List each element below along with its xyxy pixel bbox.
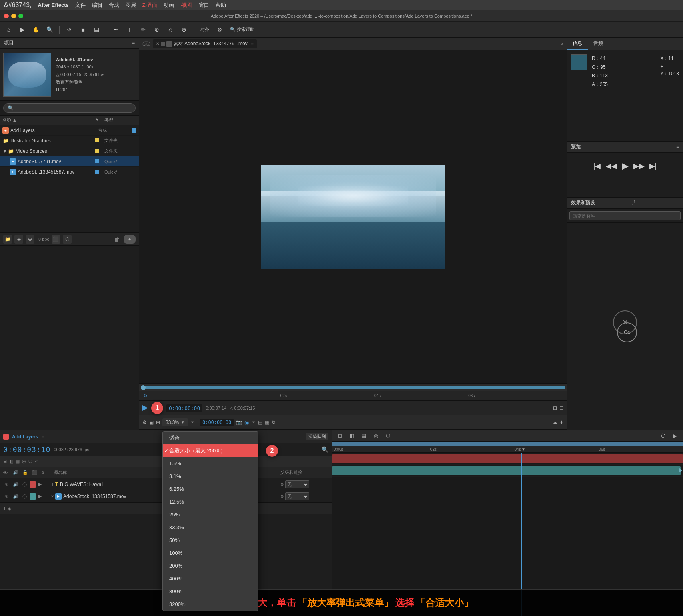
- zoom-option-12-5[interactable]: 12.5%: [163, 496, 258, 508]
- comp-timecode[interactable]: 0:00:03:10: [3, 445, 50, 454]
- menu-layer[interactable]: 图层: [126, 2, 136, 9]
- color-correct-btn[interactable]: ◉: [244, 419, 249, 426]
- select-tool[interactable]: ▶: [17, 24, 28, 35]
- toggle-btn[interactable]: ●: [124, 235, 136, 244]
- snap-btn[interactable]: ⊡: [190, 420, 194, 425]
- new-comp-btn[interactable]: ◈: [14, 235, 23, 244]
- tab-menu-icon[interactable]: ≡: [251, 41, 254, 47]
- zoom-option-33-3[interactable]: 33.3%: [163, 521, 258, 534]
- settings-btn[interactable]: ⚙: [214, 24, 225, 35]
- audio-icon-2[interactable]: 🔊: [12, 493, 19, 500]
- tree-item-videosources[interactable]: ▼ 📁 Video Sources 文件夹: [0, 146, 139, 156]
- refresh-btn[interactable]: ↻: [272, 420, 276, 425]
- snapshot-btn[interactable]: ⊟: [559, 405, 563, 411]
- menu-compose[interactable]: 合成: [109, 2, 119, 9]
- maximize-button[interactable]: [18, 14, 23, 18]
- menu-view[interactable]: ·视图: [180, 2, 192, 9]
- tl-btn-5[interactable]: ⬡: [383, 431, 393, 441]
- pen-tool[interactable]: ✒: [110, 24, 122, 35]
- prev-frame-btn[interactable]: ◀◀: [606, 162, 617, 170]
- project-search-input[interactable]: [3, 103, 136, 113]
- expand-icon-1[interactable]: ▶: [38, 482, 44, 487]
- scrubber-track[interactable]: [141, 386, 565, 389]
- render-queue-btn[interactable]: 渲染队列: [306, 433, 328, 440]
- preview-menu-icon[interactable]: ≡: [676, 144, 679, 150]
- tl-btn-3[interactable]: ▤: [359, 431, 369, 441]
- layer-align-btn[interactable]: ▤: [16, 459, 20, 464]
- region-btn[interactable]: ▦: [265, 420, 269, 425]
- comp-tab-active[interactable]: ✕ 素材 AdobeStock_133447791.mov ≡: [153, 39, 257, 48]
- apple-menu[interactable]: &#63743;: [4, 2, 32, 9]
- zoom-option-50[interactable]: 50%: [163, 534, 258, 547]
- fast-preview-btn[interactable]: ▤: [258, 420, 262, 425]
- zoom-option-3200[interactable]: 3200%: [163, 598, 258, 611]
- tree-item-addlayers[interactable]: ◈ Add Layers 合成: [0, 125, 139, 136]
- monitor-btn[interactable]: ▣: [149, 420, 154, 425]
- home-btn[interactable]: ⌂: [3, 24, 14, 35]
- zoom-option-100[interactable]: 100%: [163, 547, 258, 560]
- new-folder-btn[interactable]: 📁: [3, 235, 12, 244]
- minimize-button[interactable]: [11, 14, 16, 18]
- render-btn[interactable]: ▣: [77, 24, 88, 35]
- color-depth-btn[interactable]: ⬛: [52, 235, 60, 244]
- motion-blur-btn[interactable]: ◎: [22, 459, 26, 464]
- menu-ui[interactable]: Z·界面: [142, 2, 158, 9]
- zoom-option-fit[interactable]: 适合: [163, 432, 258, 444]
- expand-icon-2[interactable]: ▶: [38, 494, 44, 499]
- transparency-btn[interactable]: ⊡: [252, 420, 256, 425]
- parent-select-1[interactable]: 无: [285, 480, 309, 488]
- scrubber-handle[interactable]: [141, 385, 146, 390]
- preview-btn[interactable]: ▤: [91, 24, 102, 35]
- shape-tool[interactable]: ◇: [165, 24, 176, 35]
- search-layers-btn[interactable]: 🔍: [322, 446, 328, 453]
- parent-select-2[interactable]: 无: [285, 492, 309, 500]
- tl-btn-search[interactable]: ⏱: [658, 431, 668, 441]
- new-item-btn[interactable]: ⊕: [26, 235, 34, 244]
- grid-btn[interactable]: ⊞: [156, 420, 160, 425]
- zoom-option-200[interactable]: 200%: [163, 560, 258, 572]
- audio-icon-1[interactable]: 🔊: [12, 481, 19, 488]
- to-start-btn[interactable]: ⊡: [553, 405, 557, 411]
- menu-aftereffects[interactable]: After Effects: [38, 2, 69, 8]
- zoom-option-1-5[interactable]: 1.5%: [163, 457, 258, 470]
- zoom-dropdown-btn[interactable]: 33.3% ▼: [162, 418, 188, 426]
- cloud-btn[interactable]: ☁: [553, 420, 557, 425]
- shy-icon-1[interactable]: ◯: [21, 481, 28, 488]
- tl-btn-4[interactable]: ◎: [371, 431, 381, 441]
- zoom-tool[interactable]: 🔍: [44, 24, 55, 35]
- to-last-frame-btn[interactable]: ▶|: [649, 162, 657, 170]
- stamp-tool[interactable]: ⊕: [151, 24, 162, 35]
- comp-settings-btn[interactable]: ⚙: [142, 420, 147, 425]
- library-btn[interactable]: 库: [632, 200, 637, 206]
- align-tool[interactable]: 对齐: [198, 24, 212, 35]
- menu-file[interactable]: 文件: [75, 2, 86, 9]
- tl-btn-1[interactable]: ⊞: [335, 431, 345, 441]
- tree-item-illustrator[interactable]: 📁 Illustrator Graphics 文件夹: [0, 136, 139, 146]
- shy-icon-2[interactable]: ◯: [21, 493, 28, 500]
- tree-item-mov2[interactable]: ▶ AdobeSt...133451587.mov Quick*: [0, 167, 139, 177]
- vis-icon-1[interactable]: 👁: [3, 481, 10, 488]
- add-btn[interactable]: +: [560, 419, 563, 426]
- tab-close-icon[interactable]: ✕: [156, 42, 159, 46]
- zoom-option-400[interactable]: 400%: [163, 572, 258, 585]
- comp-menu-icon[interactable]: ≡: [41, 434, 44, 440]
- current-time[interactable]: 0:00:00:00: [166, 404, 202, 412]
- tab-audio[interactable]: 音频: [588, 38, 609, 50]
- text-tool[interactable]: T: [124, 24, 135, 35]
- zoom-option-3-1[interactable]: 3.1%: [163, 470, 258, 483]
- zoom-option-800[interactable]: 800%: [163, 585, 258, 598]
- next-frame-btn[interactable]: ▶▶: [633, 162, 645, 170]
- composition-toggle-btn[interactable]: ◈: [8, 506, 11, 511]
- tree-item-mov1[interactable]: ▶ AdobeSt...7791.mov Quick*: [0, 156, 139, 167]
- menu-help[interactable]: 帮助: [216, 2, 226, 9]
- camera-btn[interactable]: 📷: [236, 420, 242, 425]
- hand-tool[interactable]: ✋: [30, 24, 42, 35]
- layer-switches-btn[interactable]: ⊞: [3, 459, 7, 464]
- search-help-btn[interactable]: 🔍 搜索帮助: [228, 24, 257, 35]
- zoom-option-fit200[interactable]: ✓ 合适大小（最大 200%） 2: [163, 444, 258, 457]
- project-menu-icon[interactable]: ≡: [132, 40, 135, 46]
- play-btn[interactable]: ▶: [622, 161, 629, 171]
- close-button[interactable]: [4, 14, 9, 18]
- flow-chart-btn[interactable]: ⬡: [63, 235, 72, 244]
- zoom-option-25[interactable]: 25%: [163, 508, 258, 521]
